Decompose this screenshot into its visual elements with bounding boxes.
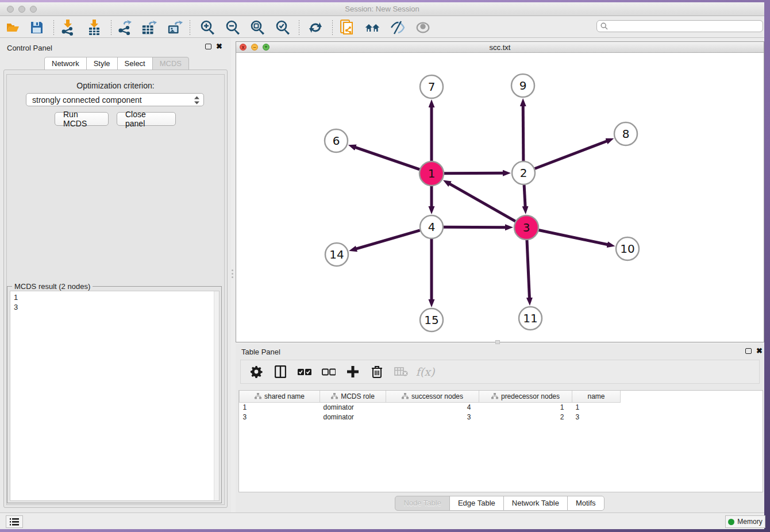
table-panel: Table Panel ✖ xyxy=(236,344,764,515)
edge-3-1[interactable] xyxy=(449,184,515,221)
table-panel-title: Table Panel xyxy=(241,348,280,356)
import-table-icon[interactable] xyxy=(86,20,102,36)
show-all-icon[interactable] xyxy=(415,20,431,36)
delete-table-icon xyxy=(394,364,409,379)
graph-node-label-7: 7 xyxy=(428,80,436,94)
tab-mcds[interactable]: MCDS xyxy=(152,57,189,71)
tab-network[interactable]: Network xyxy=(44,57,87,71)
control-panel: Control Panel ✖ Network Style Select MCD… xyxy=(0,38,231,515)
table-panel-buttons: ✖ xyxy=(745,348,763,354)
edge-1-6[interactable] xyxy=(355,147,419,169)
refresh-icon[interactable] xyxy=(307,20,324,36)
hierarchy-icon xyxy=(255,393,261,399)
window-title: Session: New Session xyxy=(0,5,764,13)
close-panel-icon[interactable]: ✖ xyxy=(756,348,763,354)
optimization-criterion-label: Optimization criterion: xyxy=(0,81,231,90)
zoom-selected-icon[interactable] xyxy=(275,20,291,36)
splitter-handle-vertical[interactable] xyxy=(231,264,234,283)
zoom-out-icon[interactable] xyxy=(225,20,241,36)
first-neighbors-icon[interactable] xyxy=(364,20,380,36)
tab-style[interactable]: Style xyxy=(86,57,118,71)
import-network-icon[interactable] xyxy=(60,20,76,36)
tab-motifs[interactable]: Motifs xyxy=(567,496,605,511)
delete-icon[interactable] xyxy=(369,364,384,379)
edge-3-11[interactable] xyxy=(527,240,529,298)
graph-node-label-9: 9 xyxy=(519,79,527,92)
network-window-title: scc.txt xyxy=(236,43,764,52)
search-input[interactable] xyxy=(610,21,763,31)
float-panel-icon[interactable] xyxy=(205,44,211,49)
result-line: 3 xyxy=(14,302,215,312)
control-panel-buttons: ✖ xyxy=(205,44,222,49)
graph-node-label-6: 6 xyxy=(333,134,340,148)
splitter-handle-horizontal[interactable] xyxy=(495,340,500,344)
memory-label: Memory xyxy=(737,518,762,526)
table-row[interactable]: 1 dominator 4 1 1 xyxy=(240,402,621,412)
table-row[interactable]: 3 dominator 3 2 3 xyxy=(240,412,621,422)
edge-2-3[interactable] xyxy=(524,185,525,207)
zoom-in-icon[interactable] xyxy=(200,20,216,36)
toolbar-separator xyxy=(190,20,190,35)
table-toolbar: f(x) xyxy=(240,360,760,384)
zoom-fit-icon[interactable] xyxy=(250,20,266,36)
column-header-predecessor-nodes[interactable]: predecessor nodes xyxy=(479,391,572,402)
gear-icon[interactable] xyxy=(249,364,264,379)
column-header-name[interactable]: name xyxy=(572,391,621,402)
column-header-shared-name[interactable]: shared name xyxy=(240,391,320,402)
tab-node-table[interactable]: Node Table xyxy=(395,496,450,511)
save-session-icon[interactable] xyxy=(29,20,45,36)
search-field[interactable] xyxy=(596,20,763,32)
graph-node-label-3: 3 xyxy=(523,221,530,234)
function-builder-icon: f(x) xyxy=(418,364,433,379)
export-image-icon[interactable] xyxy=(167,20,183,36)
criterion-dropdown[interactable]: strongly connected component xyxy=(26,93,204,106)
title-bar: Session: New Session xyxy=(0,2,764,16)
hierarchy-icon xyxy=(331,393,338,399)
edge-3-10[interactable] xyxy=(539,230,608,245)
export-table-icon[interactable] xyxy=(141,20,157,36)
memory-status-dot xyxy=(728,519,734,525)
toolbar-separator xyxy=(299,20,299,35)
edge-4-14[interactable] xyxy=(356,230,420,249)
close-panel-button[interactable]: Close panel xyxy=(117,112,176,126)
select-all-icon[interactable] xyxy=(297,364,312,379)
run-mcds-button[interactable]: Run MCDS xyxy=(55,112,109,126)
app-window: Session: New Session xyxy=(0,2,764,529)
control-panel-tabs: Network Style Select MCDS xyxy=(45,57,189,71)
float-panel-icon[interactable] xyxy=(745,348,752,354)
show-panels-button[interactable] xyxy=(6,515,23,528)
hide-selected-icon[interactable] xyxy=(390,20,406,36)
add-column-icon[interactable] xyxy=(345,364,360,379)
toolbar-separator xyxy=(111,20,111,35)
hierarchy-icon xyxy=(402,393,409,399)
main-toolbar xyxy=(0,17,764,38)
result-line: 1 xyxy=(14,292,215,302)
column-header-mcds-role[interactable]: MCDS role xyxy=(320,391,386,402)
edge-1-2[interactable] xyxy=(444,173,503,174)
split-columns-icon[interactable] xyxy=(273,364,288,379)
column-header-successor-nodes[interactable]: successor nodes xyxy=(386,391,479,402)
network-canvas-svg[interactable]: 7968124314101511 xyxy=(236,53,764,342)
dropdown-stepper-icon xyxy=(193,95,201,105)
result-scrollbar[interactable] xyxy=(214,291,219,500)
edge-2-8[interactable] xyxy=(535,141,607,168)
mcds-result-textarea[interactable]: 1 3 xyxy=(10,291,220,501)
toolbar-separator xyxy=(332,20,333,35)
copy-network-icon[interactable] xyxy=(339,20,355,36)
table-header-row: shared name MCDS role successor nodes pr… xyxy=(240,391,621,402)
mcds-result-group: MCDS result (2 nodes) 1 3 xyxy=(7,286,222,503)
tab-select[interactable]: Select xyxy=(117,57,153,71)
export-network-icon[interactable] xyxy=(117,20,133,36)
tab-edge-table[interactable]: Edge Table xyxy=(449,496,504,511)
list-icon xyxy=(10,518,19,526)
open-session-icon[interactable] xyxy=(5,20,21,36)
search-icon xyxy=(600,22,608,30)
memory-button[interactable]: Memory xyxy=(725,515,765,528)
edge-2-9[interactable] xyxy=(523,106,523,161)
edge-4-3[interactable] xyxy=(444,227,506,228)
toolbar-separator xyxy=(53,20,54,35)
deselect-all-icon[interactable] xyxy=(321,364,336,379)
tab-network-table[interactable]: Network Table xyxy=(503,496,568,511)
graph-node-label-4: 4 xyxy=(428,220,436,234)
close-panel-icon[interactable]: ✖ xyxy=(216,44,222,49)
